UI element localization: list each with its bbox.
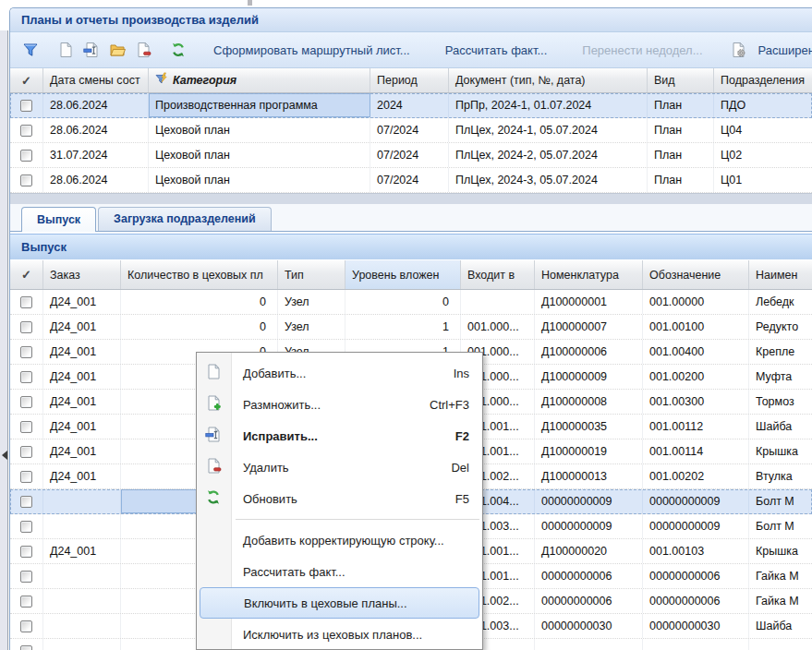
cell-document[interactable]: ПрПр, 2024-1, 01.07.2024 [449,93,648,117]
row-checkbox[interactable] [20,396,32,408]
cell-nomenclature[interactable]: Д100000008 [535,390,643,414]
column-header-designation[interactable]: Обозначение [643,260,749,289]
row-checkbox[interactable] [20,175,32,187]
cell-order[interactable]: Д24_001 [43,439,121,463]
cell-order[interactable] [43,614,121,638]
cell-nomenclature[interactable]: Д100000001 [535,290,643,314]
cell-date[interactable]: 28.06.2024 [43,118,149,142]
row-checkbox[interactable] [20,100,32,112]
cell-period[interactable]: 2024 [370,93,449,117]
cell-nomenclature[interactable]: 00000000009 [535,514,643,538]
row-checkbox[interactable] [20,150,32,162]
cell-parent[interactable]: 001.000... [461,315,535,339]
cell-designation[interactable]: 001.00202 [643,464,749,488]
cell-document[interactable]: ПлЦех, 2024-2, 05.07.2024 [449,143,648,167]
cell-name[interactable]: Шайба [749,614,812,638]
row-checkbox[interactable] [20,620,32,632]
toolbar-button-edit[interactable] [79,38,104,62]
column-header-divisions[interactable]: Подразделения [714,68,812,92]
cell-kind[interactable]: План [648,168,714,192]
column-header-check[interactable]: ✓ [10,68,43,92]
row-checkbox[interactable] [20,346,32,358]
menu-item-duplicate[interactable]: Размножить...Ctrl+F3 [197,389,482,420]
horizontal-splitter[interactable] [10,193,812,204]
toolbar-button-calculate-fact[interactable]: Рассчитать факт... [432,38,561,62]
cell-designation[interactable]: 00000000006 [643,564,749,588]
cell-nomenclature[interactable]: Д100000013 [535,464,643,488]
cell-name[interactable]: Лебедк [749,290,812,314]
row-checkbox[interactable] [20,321,32,333]
cell-kind[interactable]: План [648,143,714,167]
cell-document[interactable]: ПлЦех, 2024-3, 05.07.2024 [449,168,648,192]
row-checkbox[interactable] [20,371,32,383]
cell-name[interactable]: Тормоз [749,390,812,414]
cell-order[interactable] [43,589,121,613]
table-row[interactable]: Д24_0010Узел1001.000...Д100000007001.001… [10,315,812,340]
cell-order[interactable]: Д24_001 [43,290,121,314]
cell-name[interactable]: Болт М [749,489,812,513]
menu-item-refresh[interactable]: ОбновитьF5 [197,483,482,514]
menu-item-add[interactable]: Добавить...Ins [197,357,482,389]
toolbar-button-filter[interactable] [18,38,43,62]
table-row[interactable]: 28.06.2024Цеховой план07/2024ПлЦех, 2024… [10,118,812,143]
cell-order[interactable] [43,514,121,538]
cell-nomenclature[interactable]: Д100000035 [535,415,643,439]
cell-nomenclature[interactable]: Д100000009 [535,365,643,389]
cell-name[interactable]: Крышка [749,439,812,463]
cell-category[interactable]: Цеховой план [149,143,370,167]
cell-category[interactable]: Производственная программа [149,93,370,117]
cell-type[interactable]: Узел [278,315,345,339]
cell-division[interactable]: ПДО [714,93,812,117]
menu-item-delete[interactable]: УдалитьDel [197,451,482,483]
cell-nomenclature[interactable]: Д100000019 [535,439,643,463]
cell-date[interactable]: 31.07.2024 [43,143,149,167]
cell-kind[interactable]: План [648,118,714,142]
row-checkbox[interactable] [20,571,32,583]
table-row[interactable]: Д24_0010Узел0Д100000001001.00000Лебедк [10,290,812,315]
cell-designation[interactable]: 001.00103 [643,539,749,563]
cell-period[interactable]: 07/2024 [370,168,449,192]
cell-nomenclature[interactable]: Д100000007 [535,315,643,339]
cell-order[interactable] [43,564,121,588]
cell-name[interactable]: Гайка М [749,589,812,613]
row-checkbox[interactable] [20,125,32,137]
cell-order[interactable]: Д24_001 [43,464,121,488]
cell-level[interactable]: 1 [345,315,461,339]
cell-period[interactable]: 07/2024 [370,118,449,142]
row-checkbox[interactable] [20,296,32,308]
cell-designation[interactable]: 001.00300 [643,390,749,414]
cell-qty[interactable]: 0 [121,290,278,314]
cell-type[interactable]: Узел [278,290,345,314]
row-checkbox[interactable] [20,645,32,650]
cell-order[interactable] [43,489,121,513]
cell-name[interactable]: Шайба [749,415,812,439]
cell-designation[interactable]: 001.00100 [643,315,749,339]
cell-designation[interactable]: 001.00112 [643,415,749,439]
cell-parent[interactable] [461,290,535,314]
cell-kind[interactable]: План [648,93,714,117]
table-row[interactable]: 31.07.2024Цеховой план07/2024ПлЦех, 2024… [10,143,812,168]
toolbar-button-advanced[interactable]: Расширен [725,38,812,62]
table-row[interactable]: 28.06.2024Цеховой план07/2024ПлЦех, 2024… [10,168,812,193]
cell-category[interactable]: Цеховой план [149,168,370,192]
cell-nomenclature[interactable]: Д100000006 [535,340,643,364]
cell-order[interactable]: Д24_001 [43,340,121,364]
cell-order[interactable] [43,639,121,650]
column-header-level[interactable]: Уровень вложен [345,260,461,289]
cell-designation[interactable] [643,639,749,650]
table-row[interactable]: 28.06.2024Производственная программа2024… [10,93,812,118]
cell-nomenclature[interactable]: Д100000020 [535,539,643,563]
column-header-type[interactable]: Тип [278,260,345,289]
cell-document[interactable]: ПлЦех, 2024-1, 05.07.2024 [449,118,648,142]
cell-category[interactable]: Цеховой план [149,118,370,142]
collapse-panel-handle[interactable] [1,449,8,462]
cell-order[interactable]: Д24_001 [43,390,121,414]
column-header-nomenclature[interactable]: Номенклатура [535,260,643,289]
row-checkbox[interactable] [20,446,32,458]
row-checkbox[interactable] [20,521,32,533]
cell-name[interactable]: Крышка [749,539,812,563]
toolbar-button-delete[interactable] [130,38,156,62]
cell-designation[interactable]: 00000000009 [643,489,749,513]
cell-designation[interactable]: 00000000006 [643,589,749,613]
column-header-name[interactable]: Наимен [749,260,812,289]
